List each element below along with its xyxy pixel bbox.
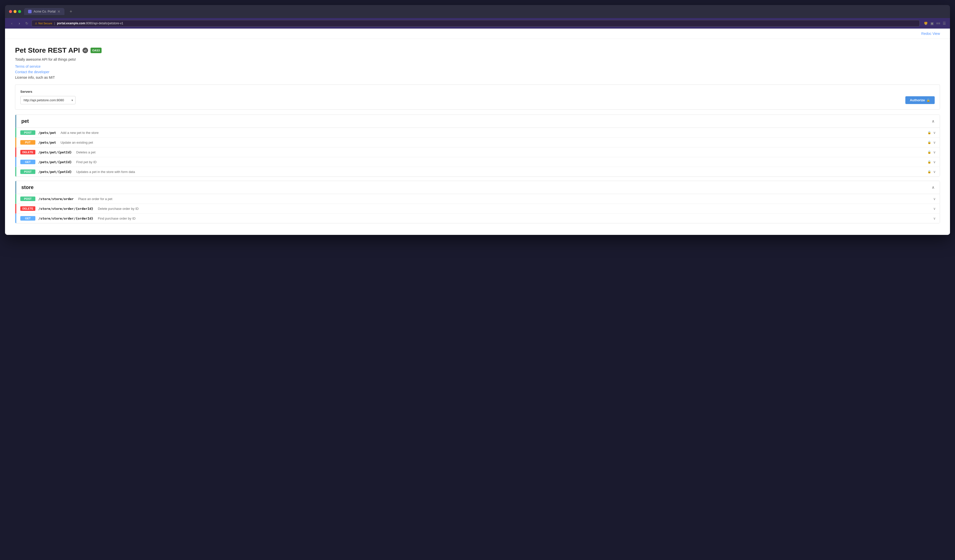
endpoint-row[interactable]: POST /pets/pet Add a new pet to the stor… <box>15 128 940 138</box>
reload-button[interactable]: ↻ <box>24 20 30 26</box>
endpoint-lock-icon: 🔒 <box>927 141 931 144</box>
authorize-label: Authorize <box>910 98 925 102</box>
endpoint-path: /store/store/order <box>38 197 74 201</box>
chevron-up-icon: ∧ <box>932 119 935 124</box>
endpoint-row[interactable]: DELETE /store/store/order/{orderId} Dele… <box>15 204 940 214</box>
group-pet: pet ∧ POST /pets/pet Add a new pet to th… <box>15 114 940 177</box>
endpoint-right: 🔒 ∨ <box>927 170 936 174</box>
chevron-down-icon: ∨ <box>933 170 936 174</box>
api-title: Pet Store REST API <box>15 46 80 55</box>
endpoint-description: Place an order for a pet <box>78 197 112 201</box>
endpoint-description: Delete purchase order by ID <box>98 207 139 211</box>
browser-titlebar: Acme Co. Portal ✕ + <box>5 5 950 18</box>
method-badge-post: POST <box>20 130 35 135</box>
servers-label: Servers <box>20 90 935 94</box>
oas3-badge: OAS3 <box>91 48 102 53</box>
chevron-down-icon: ∨ <box>933 131 936 135</box>
tab-close-button[interactable]: ✕ <box>58 9 60 14</box>
endpoint-right: ∨ <box>933 197 936 201</box>
version-badge: v1 <box>83 48 88 53</box>
endpoint-description: Find pet by ID <box>76 160 97 164</box>
group-header-pet[interactable]: pet ∧ <box>15 115 940 128</box>
chevron-down-icon: ∨ <box>933 150 936 154</box>
endpoint-row[interactable]: PUT /pets/pet Update an existing pet 🔒 ∨ <box>15 138 940 147</box>
server-select[interactable]: http://api.petstore.com:8080 <box>20 96 75 104</box>
main-content: Pet Store REST API v1 OAS3 Totally aweso… <box>5 39 950 235</box>
chevron-down-icon: ∨ <box>933 160 936 164</box>
endpoint-description: Deletes a pet <box>76 150 96 154</box>
license-text: License info, such as MIT <box>15 75 940 80</box>
endpoint-description: Update an existing pet <box>60 141 93 144</box>
endpoint-right: ∨ <box>933 206 936 211</box>
method-badge-get: GET <box>20 216 35 221</box>
api-title-row: Pet Store REST API v1 OAS3 <box>15 46 940 55</box>
endpoint-description: Add a new pet to the store <box>60 131 99 135</box>
endpoint-path: /store/store/order/{orderId} <box>38 207 93 211</box>
endpoint-description: Updates a pet in the store with form dat… <box>76 170 135 174</box>
reader-mode-icon[interactable]: ≡≡ <box>936 21 940 25</box>
chevron-down-icon: ∨ <box>933 216 936 221</box>
new-tab-button[interactable]: + <box>67 9 74 14</box>
terms-link[interactable]: Terms of service <box>15 64 940 69</box>
endpoint-lock-icon: 🔒 <box>927 150 931 154</box>
chevron-down-icon: ∨ <box>933 197 936 201</box>
endpoint-right: 🔒 ∨ <box>927 131 936 135</box>
security-warning: ⚠ Not Secure <box>35 22 52 25</box>
endpoint-row[interactable]: GET /pets/pet/{petId} Find pet by ID 🔒 ∨ <box>15 157 940 167</box>
endpoint-right: 🔒 ∨ <box>927 140 936 144</box>
page-content: Redoc View Pet Store REST API v1 OAS3 To… <box>5 28 950 235</box>
group-header-store[interactable]: store ∧ <box>15 181 940 194</box>
endpoint-row[interactable]: DELETE /pets/pet/{petId} Deletes a pet 🔒… <box>15 147 940 157</box>
method-badge-post: POST <box>20 169 35 174</box>
maximize-button[interactable] <box>18 10 21 13</box>
endpoint-description: Find purchase order by ID <box>98 217 135 221</box>
brave-shield-icon[interactable]: 🦁 <box>924 21 928 25</box>
endpoint-row[interactable]: POST /pets/pet/{petId} Updates a pet in … <box>15 167 940 177</box>
server-select-wrapper: http://api.petstore.com:8080 <box>20 96 75 104</box>
browser-window: Acme Co. Portal ✕ + ‹ › ↻ ⚠ Not Secure |… <box>5 5 950 235</box>
traffic-lights <box>9 10 21 13</box>
api-description: Totally awesome API for all things pets! <box>15 58 940 61</box>
endpoint-right: 🔒 ∨ <box>927 150 936 154</box>
method-badge-get: GET <box>20 160 35 164</box>
servers-row: http://api.petstore.com:8080 Authorize 🔓 <box>20 96 935 104</box>
reader-view-icon[interactable]: ▣ <box>930 21 934 25</box>
top-bar: Redoc View <box>5 28 950 39</box>
back-button[interactable]: ‹ <box>9 20 14 26</box>
endpoint-right: ∨ <box>933 216 936 221</box>
minimize-button[interactable] <box>14 10 17 13</box>
chevron-down-icon: ∨ <box>933 206 936 211</box>
lock-icon: 🔓 <box>927 99 930 102</box>
redoc-view-link[interactable]: Redoc View <box>921 31 940 36</box>
forward-button[interactable]: › <box>17 20 22 26</box>
tab-favicon <box>28 10 31 13</box>
authorize-button[interactable]: Authorize 🔓 <box>905 96 935 104</box>
endpoint-path: /pets/pet/{petId} <box>38 160 72 164</box>
method-badge-put: PUT <box>20 140 35 145</box>
address-bar[interactable]: ⚠ Not Secure | portal.example.com:8080/a… <box>31 20 920 27</box>
menu-icon[interactable]: ☰ <box>943 21 946 25</box>
endpoint-path: /pets/pet/{petId} <box>38 170 72 174</box>
close-button[interactable] <box>9 10 12 13</box>
browser-tab[interactable]: Acme Co. Portal ✕ <box>24 8 64 15</box>
endpoint-right: 🔒 ∨ <box>927 160 936 164</box>
endpoint-lock-icon: 🔒 <box>927 160 931 164</box>
endpoint-path: /pets/pet/{petId} <box>38 150 72 154</box>
chevron-up-icon: ∧ <box>932 185 935 190</box>
address-text: portal.example.com:8080/api-details/pets… <box>57 22 123 25</box>
browser-nav: ‹ › ↻ ⚠ Not Secure | portal.example.com:… <box>5 18 950 28</box>
servers-section: Servers http://api.petstore.com:8080 Aut… <box>15 84 940 109</box>
nav-icons: 🦁 ▣ ≡≡ ☰ <box>924 21 946 25</box>
endpoint-path: /store/store/order/{orderId} <box>38 217 93 221</box>
endpoint-lock-icon: 🔒 <box>927 131 931 135</box>
endpoint-row[interactable]: POST /store/store/order Place an order f… <box>15 194 940 204</box>
chevron-down-icon: ∨ <box>933 140 936 144</box>
endpoint-row[interactable]: GET /store/store/order/{orderId} Find pu… <box>15 214 940 223</box>
contact-link[interactable]: Contact the developer <box>15 70 940 74</box>
method-badge-post: POST <box>20 197 35 201</box>
group-name: store <box>21 185 34 190</box>
method-badge-delete: DELETE <box>20 206 35 211</box>
endpoint-lock-icon: 🔒 <box>927 170 931 174</box>
endpoint-path: /pets/pet <box>38 141 56 144</box>
api-groups: pet ∧ POST /pets/pet Add a new pet to th… <box>15 114 940 223</box>
